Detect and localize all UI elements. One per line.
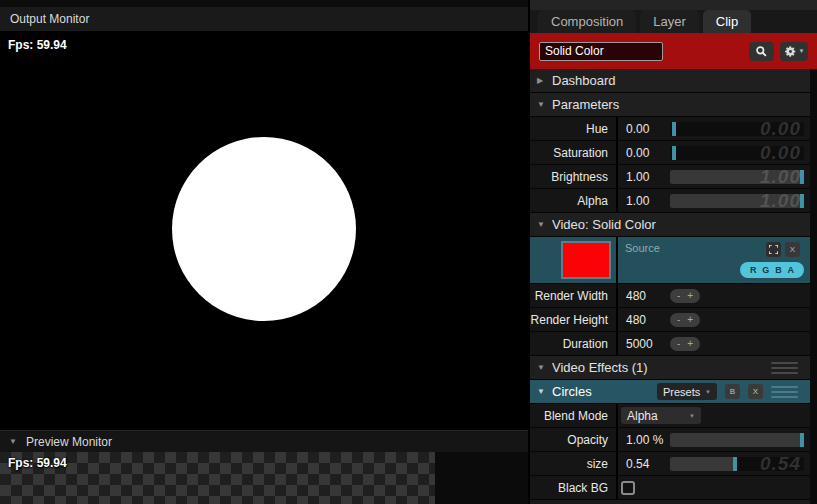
x-icon: X (753, 387, 758, 396)
video-source-row: Source X R G B A (530, 237, 810, 284)
hue-value: 0.00 (626, 122, 670, 136)
tabbar-top-strip (530, 0, 817, 10)
hue-slider[interactable]: 0.00 (670, 122, 804, 136)
presets-dropdown[interactable]: Presets ▼ (657, 383, 717, 400)
brightness-slider[interactable]: 1.00 (670, 170, 804, 184)
param-row-alpha: Alpha 1.00 1.00 (530, 189, 810, 213)
saturation-ghost-value: 0.00 (760, 142, 801, 164)
expanded-triangle-icon: ▼ (537, 100, 547, 109)
expanded-triangle-icon: ▼ (537, 363, 547, 372)
param-row-opacity: Opacity 1.00 % (530, 428, 810, 452)
preview-monitor-header[interactable]: ▼ Preview Monitor (0, 430, 528, 452)
tab-composition[interactable]: Composition (538, 10, 636, 33)
drag-handle-icon[interactable] (771, 386, 798, 398)
param-row-size: size 0.54 0.54 (530, 452, 810, 476)
section-parameters[interactable]: ▼ Parameters (530, 93, 810, 117)
hue-ghost-value: 0.00 (760, 118, 801, 140)
drag-handle-icon[interactable] (771, 362, 798, 374)
render-height-value: 480 (626, 313, 670, 327)
output-monitor-view: Fps: 59.94 (0, 32, 528, 430)
inspector-panel: Composition Layer Clip (528, 0, 817, 504)
opacity-slider[interactable] (670, 433, 804, 447)
rendered-white-circle (172, 137, 356, 321)
tab-clip[interactable]: Clip (703, 10, 751, 33)
source-thumbnail[interactable] (561, 241, 611, 279)
effect-remove-button[interactable]: X (748, 384, 763, 399)
opacity-value: 1.00 % (626, 433, 670, 447)
channel-g-button[interactable]: G (762, 265, 769, 275)
slider-thumb[interactable] (800, 433, 804, 447)
output-monitor-title: Output Monitor (10, 12, 89, 26)
render-width-stepper[interactable]: - + (670, 289, 700, 303)
section-video-effects[interactable]: ▼ Video Effects (1) (530, 356, 810, 380)
scrollbar-gutter[interactable] (810, 69, 817, 504)
hue-label: Hue (530, 117, 618, 140)
clip-name-input[interactable] (539, 42, 663, 61)
saturation-value: 0.00 (626, 146, 670, 160)
render-width-label: Render Width (530, 284, 618, 307)
channel-r-button[interactable]: R (750, 265, 757, 275)
preview-monitor-title: Preview Monitor (26, 435, 112, 449)
section-circles-effect[interactable]: ▼ Circles Presets ▼ B X (530, 380, 810, 404)
render-width-value: 480 (626, 289, 670, 303)
minus-icon[interactable]: - (677, 291, 680, 301)
source-label: Source (625, 242, 660, 254)
render-height-label: Render Height (530, 308, 618, 331)
param-row-saturation: Saturation 0.00 0.00 (530, 141, 810, 165)
gear-icon (784, 45, 797, 58)
x-icon: X (790, 245, 795, 254)
size-slider[interactable]: 0.54 (670, 457, 804, 471)
alpha-slider[interactable]: 1.00 (670, 194, 804, 208)
brightness-value: 1.00 (626, 170, 670, 184)
expanded-triangle-icon: ▼ (537, 220, 547, 229)
saturation-label: Saturation (530, 141, 618, 164)
param-row-duration: Duration 5000 - + (530, 332, 810, 356)
plus-icon[interactable]: + (687, 291, 693, 301)
saturation-slider[interactable]: 0.00 (670, 146, 804, 160)
slider-thumb[interactable] (733, 457, 737, 471)
app-window: Output Monitor Fps: 59.94 ▼ Preview Moni… (0, 0, 817, 504)
param-row-render-height: Render Height 480 - + (530, 308, 810, 332)
duration-value: 5000 (626, 337, 670, 351)
minus-icon[interactable]: - (677, 315, 680, 325)
settings-menu-button[interactable]: ▼ (780, 42, 808, 61)
section-dashboard[interactable]: ▶ Dashboard (530, 69, 810, 93)
blend-mode-dropdown[interactable]: Alpha ▼ (621, 407, 701, 424)
preview-monitor-view: Fps: 59.94 (0, 452, 528, 504)
expanded-triangle-icon: ▼ (537, 387, 547, 396)
size-label: size (530, 452, 618, 475)
slider-thumb[interactable] (800, 194, 804, 208)
search-button[interactable] (749, 42, 774, 61)
preview-fps-label: Fps: 59.94 (8, 456, 67, 470)
black-bg-label: Black BG (530, 476, 618, 499)
blend-mode-label: Blend Mode (530, 404, 618, 427)
size-ghost-value: 0.54 (760, 453, 801, 475)
section-video-solid-color[interactable]: ▼ Video: Solid Color (530, 213, 810, 237)
slider-thumb[interactable] (672, 122, 676, 136)
param-row-render-width: Render Width 480 - + (530, 284, 810, 308)
minus-icon[interactable]: - (677, 339, 680, 349)
channel-b-button[interactable]: B (775, 265, 782, 275)
duration-stepper[interactable]: - + (670, 337, 700, 351)
channel-a-button[interactable]: A (788, 265, 795, 275)
tab-layer[interactable]: Layer (640, 10, 699, 33)
slider-thumb[interactable] (800, 170, 804, 184)
plus-icon[interactable]: + (687, 339, 693, 349)
param-row-blend-mode: Blend Mode Alpha ▼ (530, 404, 810, 428)
tab-group: Composition Layer Clip (538, 10, 751, 33)
fullscreen-button[interactable] (766, 242, 781, 257)
source-remove-button[interactable]: X (785, 242, 800, 257)
inspector-tabbar: Composition Layer Clip (530, 0, 817, 33)
window-top-strip (0, 0, 528, 7)
param-row-hue: Hue 0.00 0.00 (530, 117, 810, 141)
output-fps-label: Fps: 59.94 (8, 38, 67, 52)
black-bg-checkbox[interactable] (621, 481, 635, 495)
output-monitor-header[interactable]: Output Monitor (0, 7, 528, 32)
bypass-button[interactable]: B (725, 384, 740, 399)
collapse-triangle-icon: ▼ (9, 437, 19, 446)
render-height-stepper[interactable]: - + (670, 313, 700, 327)
inspector-rows: ▶ Dashboard ▼ Parameters Hue 0.00 0.00 S (530, 69, 810, 504)
plus-icon[interactable]: + (687, 315, 693, 325)
slider-thumb[interactable] (672, 146, 676, 160)
fullscreen-icon (769, 245, 778, 254)
